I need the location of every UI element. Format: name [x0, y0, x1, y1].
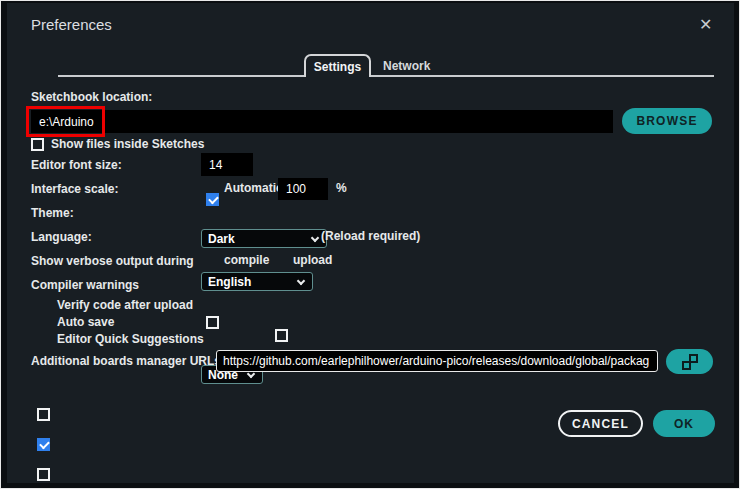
language-select-value: English — [208, 275, 251, 289]
browse-button[interactable]: BROWSE — [622, 108, 712, 134]
compile-checkbox[interactable] — [206, 316, 219, 329]
verify-code-checkbox[interactable] — [37, 408, 50, 421]
verbose-output-label: Show verbose output during — [31, 254, 194, 268]
language-label: Language: — [31, 230, 92, 244]
language-select[interactable]: English — [201, 272, 313, 291]
theme-label: Theme: — [31, 206, 74, 220]
overlapping-windows-icon — [682, 354, 698, 370]
boards-urls-input[interactable] — [216, 350, 658, 372]
upload-checkbox[interactable] — [275, 329, 288, 342]
reload-required-note: (Reload required) — [321, 229, 420, 243]
percent-label: % — [336, 181, 347, 195]
tab-settings-label: Settings — [314, 60, 361, 74]
font-size-input[interactable] — [201, 153, 253, 176]
tab-settings[interactable]: Settings — [304, 54, 371, 77]
upload-label: upload — [293, 253, 332, 267]
close-icon[interactable]: ✕ — [699, 17, 712, 33]
interface-scale-label: Interface scale: — [31, 182, 118, 196]
interface-scale-input[interactable] — [278, 178, 328, 200]
sketchbook-location-input[interactable] — [31, 110, 613, 133]
auto-save-checkbox[interactable] — [37, 438, 50, 451]
ok-button[interactable]: OK — [653, 410, 715, 437]
tab-divider — [58, 75, 714, 77]
auto-save-label: Auto save — [57, 315, 114, 329]
automatic-checkbox[interactable] — [206, 193, 219, 206]
sketchbook-location-label: Sketchbook location: — [31, 90, 152, 104]
chevron-down-icon — [311, 234, 319, 242]
tab-network[interactable]: Network — [383, 59, 430, 73]
theme-select-value: Dark — [208, 232, 235, 246]
page-title: Preferences — [31, 16, 112, 33]
open-urls-window-button[interactable] — [666, 349, 713, 374]
verify-code-label: Verify code after upload — [57, 298, 193, 312]
cancel-button[interactable]: CANCEL — [558, 410, 643, 437]
show-files-label: Show files inside Sketches — [51, 137, 204, 151]
compile-label: compile — [224, 253, 269, 267]
show-files-checkbox[interactable] — [31, 138, 44, 151]
boards-urls-label: Additional boards manager URLs: — [31, 354, 225, 368]
preferences-dialog: Preferences ✕ Settings Network Sketchboo… — [0, 0, 740, 489]
font-size-label: Editor font size: — [31, 158, 122, 172]
theme-select[interactable]: Dark — [201, 229, 327, 248]
compiler-warnings-label: Compiler warnings — [31, 278, 139, 292]
chevron-down-icon — [297, 277, 305, 285]
automatic-label: Automatic — [224, 181, 283, 195]
quick-suggestions-label: Editor Quick Suggestions — [57, 332, 204, 346]
quick-suggestions-checkbox[interactable] — [37, 468, 50, 481]
